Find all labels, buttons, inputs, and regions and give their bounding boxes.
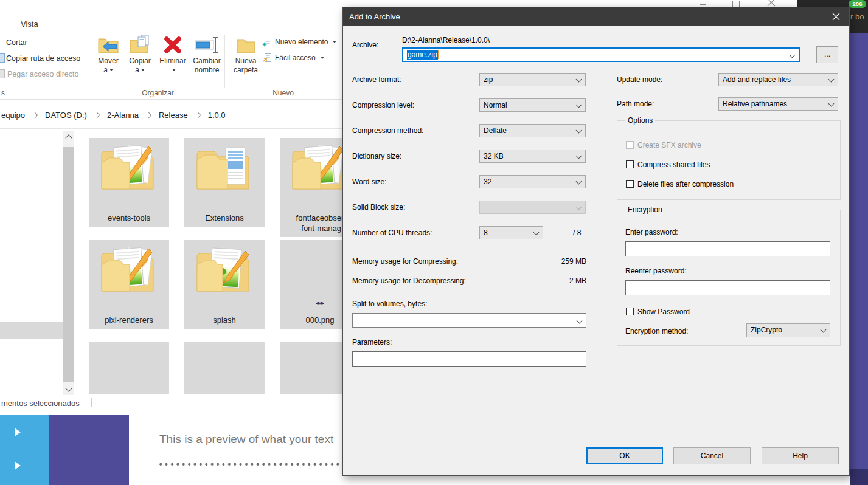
- encryption-method-select[interactable]: ZipCrypto: [746, 323, 830, 337]
- update-mode-label: Update mode:: [617, 75, 662, 84]
- chevron-down-icon: [576, 179, 582, 185]
- delete-after-checkbox[interactable]: [626, 180, 634, 188]
- scrollbar-thumb[interactable]: [63, 147, 74, 382]
- breadcrumb-chevron-icon: [32, 112, 38, 119]
- breadcrumb-chevron-icon: [94, 112, 100, 119]
- dictionary-size-select[interactable]: 32 KB: [479, 150, 586, 163]
- browse-button[interactable]: ...: [816, 46, 838, 63]
- easy-access-icon: [262, 53, 272, 63]
- archive-format-label: Archive format:: [352, 75, 401, 84]
- breadcrumb-item[interactable]: equipo: [1, 111, 25, 120]
- ribbon-separator: [89, 35, 89, 88]
- compression-method-select[interactable]: Deflate: [479, 124, 586, 137]
- cut-button[interactable]: Cortar: [6, 38, 27, 47]
- group-label-organize: Organizar: [91, 89, 224, 97]
- add-to-archive-dialog: Add to Archive Archive: D:\2-Alanna\Rele…: [342, 7, 850, 476]
- delete-icon: [162, 35, 183, 55]
- parameters-label: Parameters:: [352, 338, 392, 346]
- split-volumes-combobox[interactable]: [352, 313, 586, 328]
- dialog-close-button[interactable]: [822, 7, 849, 26]
- compression-level-label: Compression level:: [352, 101, 414, 109]
- scrollbar: [63, 131, 74, 395]
- delete-button[interactable]: Eliminar: [156, 35, 189, 75]
- show-password-checkbox[interactable]: [626, 308, 634, 315]
- file-tile-extensions[interactable]: Extensions: [184, 138, 265, 227]
- update-mode-select[interactable]: Add and replace files: [718, 73, 838, 86]
- file-tile-partial[interactable]: [89, 342, 169, 394]
- help-button[interactable]: Help: [762, 447, 839, 464]
- file-tile-events-tools[interactable]: events-tools: [89, 138, 169, 227]
- cpu-threads-select[interactable]: 8: [479, 226, 543, 239]
- dialog-title: Add to Archive: [349, 7, 400, 26]
- archive-name-combobox[interactable]: game.zip: [402, 47, 800, 62]
- archive-label: Archive:: [352, 41, 378, 49]
- chevron-down-icon: [576, 77, 582, 83]
- reenter-password-input[interactable]: [625, 280, 830, 295]
- tab-vista[interactable]: Vista: [21, 19, 38, 29]
- dictionary-size-label: Dictionary size:: [352, 152, 401, 160]
- cancel-button[interactable]: Cancel: [673, 447, 751, 464]
- copy-path-button[interactable]: Copiar ruta de acceso: [6, 54, 80, 63]
- scrollbar-down-button[interactable]: [63, 384, 74, 395]
- ribbon-bottom-border: [0, 99, 342, 100]
- breadcrumb-bottom-border: [0, 128, 342, 129]
- easy-access-button[interactable]: Fácil acceso: [262, 53, 324, 63]
- play-icon[interactable]: [15, 461, 21, 470]
- archive-format-select[interactable]: zip: [479, 73, 586, 86]
- file-tile-splash[interactable]: splash: [184, 240, 265, 329]
- play-icon[interactable]: [15, 428, 21, 436]
- scrollbar-up-button[interactable]: [63, 131, 74, 142]
- encryption-group-title: Encryption: [625, 205, 665, 214]
- options-group-title: Options: [625, 116, 655, 125]
- chevron-down-icon: [576, 204, 582, 210]
- dropdown-arrow-icon: [172, 69, 176, 71]
- copy-to-button[interactable]: Copiar a: [123, 35, 157, 75]
- cpu-threads-label: Number of CPU threads:: [352, 229, 432, 237]
- minimize-icon[interactable]: [700, 4, 706, 5]
- preview-purple-panel: [49, 415, 129, 485]
- new-folder-button[interactable]: Nueva carpeta: [228, 35, 263, 75]
- breadcrumb-item[interactable]: 2-Alanna: [107, 111, 139, 120]
- file-tile-pixi-renderers[interactable]: pixi-renderers: [89, 240, 169, 329]
- memory-decompress-value: 2 MB: [532, 277, 586, 285]
- chevron-down-icon: [576, 128, 582, 134]
- breadcrumb-item[interactable]: DATOS (D:): [45, 111, 87, 120]
- memory-compress-value: 259 MB: [532, 257, 586, 266]
- word-size-label: Word size:: [352, 177, 386, 186]
- chevron-down-icon: [828, 77, 835, 83]
- compression-level-select[interactable]: Normal: [479, 98, 586, 112]
- delete-after-label: Delete files after compression: [637, 180, 734, 188]
- move-to-button[interactable]: Mover a: [91, 35, 125, 75]
- path-mode-select[interactable]: Relative pathnames: [718, 97, 838, 111]
- breadcrumb-item[interactable]: 1.0.0: [208, 111, 226, 120]
- status-bar-separator: [91, 398, 92, 407]
- chevron-down-icon: [821, 327, 827, 333]
- dropdown-arrow-icon: [333, 41, 336, 43]
- compress-shared-checkbox[interactable]: [626, 160, 634, 168]
- side-app-partial-text: r bo: [850, 12, 864, 21]
- cpu-threads-max: / 8: [573, 229, 581, 237]
- rename-button[interactable]: Cambiar nombre: [188, 35, 226, 75]
- memory-decompress-label: Memory usage for Decompressing:: [352, 277, 466, 285]
- parameters-input[interactable]: [352, 351, 586, 367]
- file-name: Extensions: [178, 213, 271, 224]
- create-sfx-label: Create SFX archive: [637, 141, 701, 150]
- new-item-button[interactable]: Nuevo elemento: [262, 37, 336, 47]
- status-bar-text: mentos seleccionados: [1, 399, 80, 408]
- side-app-navy-footer: [850, 469, 868, 485]
- enter-password-input[interactable]: [625, 241, 830, 256]
- word-size-select[interactable]: 32: [479, 175, 586, 188]
- solid-block-size-label: Solid Block size:: [352, 203, 405, 212]
- nav-pane-selected-item[interactable]: [0, 322, 63, 339]
- breadcrumb-item[interactable]: Release: [159, 111, 188, 120]
- paste-shortcut-button[interactable]: Pegar acceso directo: [7, 70, 78, 78]
- dropdown-arrow-icon: [141, 69, 145, 71]
- folder-icon: [97, 143, 161, 199]
- group-label-new: Nuevo: [227, 89, 339, 97]
- file-tile-partial[interactable]: [184, 342, 265, 394]
- close-icon: [832, 13, 840, 21]
- preview-text: This is a preview of what your text: [159, 433, 333, 446]
- close-icon[interactable]: [767, 0, 776, 7]
- ok-button[interactable]: OK: [586, 447, 663, 464]
- dialog-titlebar[interactable]: Add to Archive: [343, 7, 849, 26]
